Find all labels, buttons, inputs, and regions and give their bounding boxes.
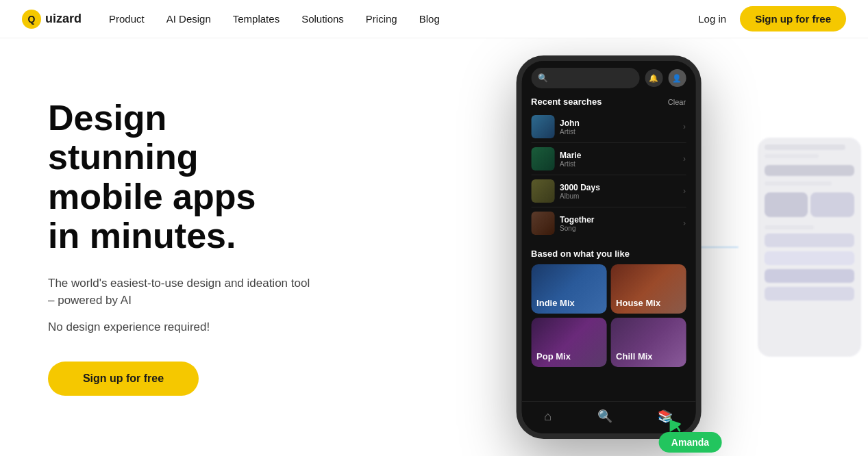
search-nav-icon[interactable]: 🔍 xyxy=(597,409,612,424)
nav-links: Product AI Design Templates Solutions Pr… xyxy=(109,13,698,25)
hero-subtitle: The world's easiest-to-use design and id… xyxy=(48,275,315,309)
phone-avatar-icon: 👤 xyxy=(668,69,686,87)
phone-topbar: 🔍 🔔 👤 xyxy=(521,61,695,92)
search-item-left-marie: Marie Artist xyxy=(531,147,581,170)
search-item-left-together: Together Song xyxy=(531,212,594,235)
cursor-arrow-icon xyxy=(669,418,681,433)
search-item-left-3000: 3000 Days Album xyxy=(531,179,600,203)
hero-visual: 🔍 🔔 👤 Recent searches Clear xyxy=(356,38,868,456)
chill-mix-tile[interactable]: Chill Mix xyxy=(610,318,686,367)
phone-mockup: 🔍 🔔 👤 Recent searches Clear xyxy=(516,55,701,439)
chevron-marie: › xyxy=(683,154,686,164)
recent-searches-header: Recent searches Clear xyxy=(531,97,686,107)
item-info-marie: Marie Artist xyxy=(560,151,581,168)
search-item-marie[interactable]: Marie Artist › xyxy=(531,143,686,175)
search-item-3000days[interactable]: 3000 Days Album › xyxy=(531,175,686,207)
chevron-together: › xyxy=(683,218,686,228)
item-type-john: Artist xyxy=(560,128,580,136)
item-info-together: Together Song xyxy=(560,215,594,232)
nav-right: Log in Sign up for free xyxy=(698,6,846,31)
indie-mix-tile[interactable]: Indie Mix xyxy=(531,264,606,314)
thumb-marie xyxy=(531,147,554,170)
phone-search-bar[interactable]: 🔍 xyxy=(531,68,639,88)
clear-button[interactable]: Clear xyxy=(668,98,686,106)
house-mix-tile[interactable]: House Mix xyxy=(610,264,686,314)
recent-searches-title: Recent searches xyxy=(531,97,602,107)
nav-item-ai-design[interactable]: AI Design xyxy=(166,13,211,25)
based-on-section: Based on what you like Indie Mix House M… xyxy=(521,243,695,372)
indie-mix-label: Indie Mix xyxy=(536,298,575,308)
chill-mix-label: Chill Mix xyxy=(616,351,652,362)
search-item-left: John Artist xyxy=(531,115,580,138)
hero-signup-button[interactable]: Sign up for free xyxy=(48,362,199,396)
phone-search-icon: 🔍 xyxy=(538,73,548,83)
phone-screen: 🔍 🔔 👤 Recent searches Clear xyxy=(516,55,701,439)
hero-section: Design stunning mobile apps in minutes. … xyxy=(0,38,356,456)
item-info-3000: 3000 Days Album xyxy=(560,183,600,200)
nav-item-product[interactable]: Product xyxy=(109,13,145,25)
house-mix-label: House Mix xyxy=(616,298,660,308)
login-link[interactable]: Log in xyxy=(698,13,726,25)
nav-item-blog[interactable]: Blog xyxy=(419,13,440,25)
bg-screen-right xyxy=(758,138,861,357)
nav-item-pricing[interactable]: Pricing xyxy=(366,13,397,25)
item-name-marie: Marie xyxy=(560,151,581,160)
main-content: Design stunning mobile apps in minutes. … xyxy=(0,38,868,456)
logo-text: uizard xyxy=(45,12,82,26)
nav-item-templates[interactable]: Templates xyxy=(233,13,280,25)
logo-icon: Q xyxy=(22,10,41,29)
thumb-3000 xyxy=(531,179,554,203)
navbar: Q uizard Product AI Design Templates Sol… xyxy=(0,0,868,38)
amanda-badge: Amanda xyxy=(659,432,721,453)
pop-mix-label: Pop Mix xyxy=(536,351,571,362)
hero-title: Design stunning mobile apps in minutes. xyxy=(48,99,315,255)
item-name-john: John xyxy=(560,118,580,128)
item-type-together: Song xyxy=(560,225,594,232)
search-item-together[interactable]: Together Song › xyxy=(531,207,686,239)
phone-top-icons: 🔔 👤 xyxy=(645,69,686,87)
item-info-john: John Artist xyxy=(560,118,580,136)
music-grid: Indie Mix House Mix Pop Mix Chill Mix xyxy=(531,264,686,367)
recent-searches-section: Recent searches Clear John Artist xyxy=(521,92,695,243)
item-type-3000: Album xyxy=(560,192,600,200)
search-item-john[interactable]: John Artist › xyxy=(531,111,686,143)
thumb-john xyxy=(531,115,554,138)
based-on-title: Based on what you like xyxy=(531,249,686,259)
item-type-marie: Artist xyxy=(560,160,581,168)
chevron-john: › xyxy=(683,122,686,131)
chevron-3000: › xyxy=(683,186,686,196)
phone-bell-icon: 🔔 xyxy=(645,69,662,87)
nav-signup-button[interactable]: Sign up for free xyxy=(740,6,846,31)
cursor-annotation: Amanda xyxy=(659,418,721,453)
nav-item-solutions[interactable]: Solutions xyxy=(301,13,344,25)
svg-marker-0 xyxy=(670,420,681,432)
item-name-together: Together xyxy=(560,215,594,225)
pop-mix-tile[interactable]: Pop Mix xyxy=(531,318,606,367)
item-name-3000: 3000 Days xyxy=(560,183,600,192)
home-nav-icon[interactable]: ⌂ xyxy=(544,409,551,424)
logo-link[interactable]: Q uizard xyxy=(22,10,82,29)
hero-note: No design experience required! xyxy=(48,320,315,334)
thumb-together xyxy=(531,212,554,235)
